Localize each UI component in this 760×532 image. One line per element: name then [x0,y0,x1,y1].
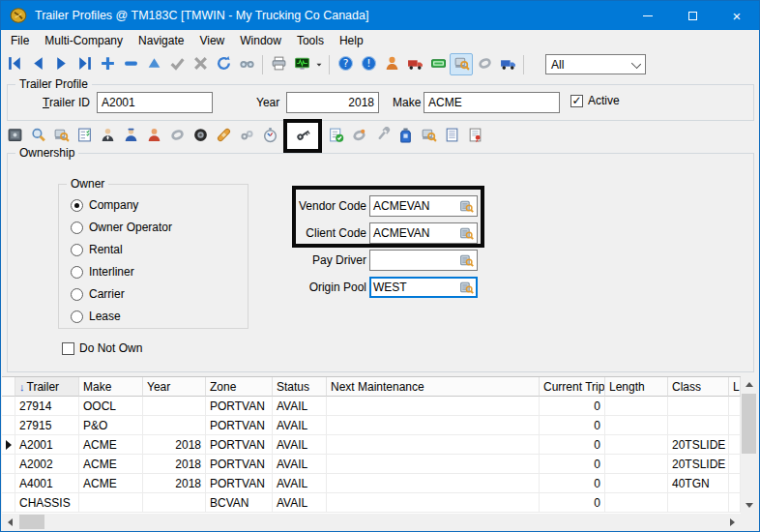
driver-button[interactable] [96,125,119,147]
grid-column-header-status[interactable]: Status [273,377,327,397]
grid-cell[interactable]: 0 [540,397,605,416]
year-input[interactable]: 2018 [286,92,379,113]
grid-cell[interactable] [143,416,206,435]
grid-cell[interactable]: 2018 [143,435,206,455]
collapse-button[interactable] [142,53,165,75]
info-button[interactable]: ! [357,53,380,75]
vertical-scroll-thumb[interactable] [742,394,756,454]
row-selector-cell[interactable] [2,435,15,455]
client-code-input[interactable]: ACMEVAN [369,222,478,244]
grid-cell[interactable] [605,493,668,513]
grid-cell[interactable]: P&O [79,416,143,435]
grid-cell[interactable]: A2002 [15,455,79,474]
find-button[interactable] [235,53,258,75]
row-selector-cell[interactable] [2,455,15,474]
search-button[interactable] [26,125,49,147]
grid-cell[interactable]: CHASSIS [15,493,79,513]
grid-cell[interactable]: A4001 [15,474,79,493]
grid-column-header-class[interactable]: Class [668,377,729,397]
row-selector-cell[interactable] [2,474,15,493]
grid-column-header-length[interactable]: Length [605,377,668,397]
grid-cell[interactable]: 40TGN [668,474,729,493]
row-selector-cell[interactable] [2,397,15,416]
grid-cell[interactable]: PORTVAN [206,416,273,435]
scroll-down-button[interactable] [741,497,757,514]
grid-cell[interactable]: ACME [79,455,143,474]
grid-cell[interactable]: 0 [540,416,605,435]
grid-cell[interactable]: 0 [540,474,605,493]
grid-cell[interactable] [668,397,729,416]
vendor-code-input[interactable]: ACMEVAN [369,195,478,217]
tire-button[interactable] [189,125,212,147]
grid-cell[interactable] [143,493,206,513]
trailer-lookup-button[interactable] [417,125,440,147]
refresh-button[interactable] [212,53,235,75]
monitor-button-dropdown[interactable] [313,53,325,75]
grid-column-header-l[interactable]: L [729,377,741,397]
delete-record-button[interactable] [119,53,142,75]
fuel-button[interactable] [394,125,417,147]
owner-radio-lease[interactable]: Lease [71,310,172,323]
personnel-button[interactable] [142,125,165,147]
grid-cell[interactable]: AVAIL [273,474,327,493]
origin-pool-input[interactable]: WEST [369,277,478,298]
grid-vertical-scrollbar[interactable] [741,376,757,514]
find-trailer-button[interactable] [49,125,73,147]
maximize-button[interactable] [670,1,715,30]
grid-cell[interactable] [668,416,729,435]
safe-button[interactable] [3,125,26,147]
menu-item-file[interactable]: File [3,31,37,50]
row-selector-cell[interactable] [2,416,15,435]
cancel-button[interactable] [189,53,212,75]
monitor-button[interactable] [290,53,313,75]
power-unit-profiles-button[interactable] [403,53,426,75]
grid-column-header-trailer[interactable]: ↓Trailer [15,377,79,397]
grid-cell[interactable]: AVAIL [273,435,327,455]
maintenance-button[interactable] [370,125,394,147]
grid-column-header-zone[interactable]: Zone [206,377,273,397]
grid-cell[interactable] [143,397,206,416]
menu-item-view[interactable]: View [191,31,232,50]
scroll-up-button[interactable] [741,376,757,393]
grid-cell[interactable]: A2001 [15,435,79,455]
minimize-button[interactable] [626,1,670,30]
menu-item-help[interactable]: Help [332,31,371,50]
grid-cell[interactable] [327,435,540,455]
fleet-button[interactable] [496,53,519,75]
nav-last-button[interactable] [73,53,96,75]
trailer-profiles-button[interactable] [450,53,473,75]
grid-cell[interactable] [605,397,668,416]
pay-driver-input[interactable] [369,250,478,271]
grid-cell[interactable]: AVAIL [273,397,327,416]
grid-cell[interactable]: 20TSLIDE [668,435,729,455]
trailer-id-input[interactable]: A2001 [97,92,213,113]
add-record-button[interactable] [96,53,119,75]
timer-button[interactable] [258,125,281,147]
grid-cell[interactable] [605,416,668,435]
grid-column-header-make[interactable]: Make [79,377,143,397]
do-not-own-row[interactable]: Do Not Own [62,341,142,355]
nav-first-button[interactable] [3,53,26,75]
grid-cell[interactable] [605,435,668,455]
accept-button[interactable] [165,53,189,75]
tow-hitch-button[interactable] [165,125,189,147]
grid-cell[interactable]: PORTVAN [206,474,273,493]
officer-button[interactable] [119,125,142,147]
license-plate-button[interactable] [426,53,450,75]
driver-profiles-button[interactable] [380,53,403,75]
license-doc-button[interactable] [463,125,486,147]
grid-cell[interactable] [327,416,540,435]
grid-cell[interactable] [729,493,741,513]
grid-cell[interactable]: AVAIL [273,493,327,513]
keys-button[interactable] [291,125,314,147]
scroll-right-button[interactable] [724,514,741,530]
grid-cell[interactable]: AVAIL [273,455,327,474]
nav-next-button[interactable] [49,53,73,75]
grid-cell[interactable]: 27914 [15,397,79,416]
grid-cell[interactable]: 2018 [143,455,206,474]
grid-cell[interactable]: 20TSLIDE [668,455,729,474]
grid-cell[interactable] [729,397,741,416]
grid-cell[interactable]: 2018 [143,474,206,493]
make-input[interactable]: ACME [424,92,560,113]
menu-item-tools[interactable]: Tools [289,31,332,50]
